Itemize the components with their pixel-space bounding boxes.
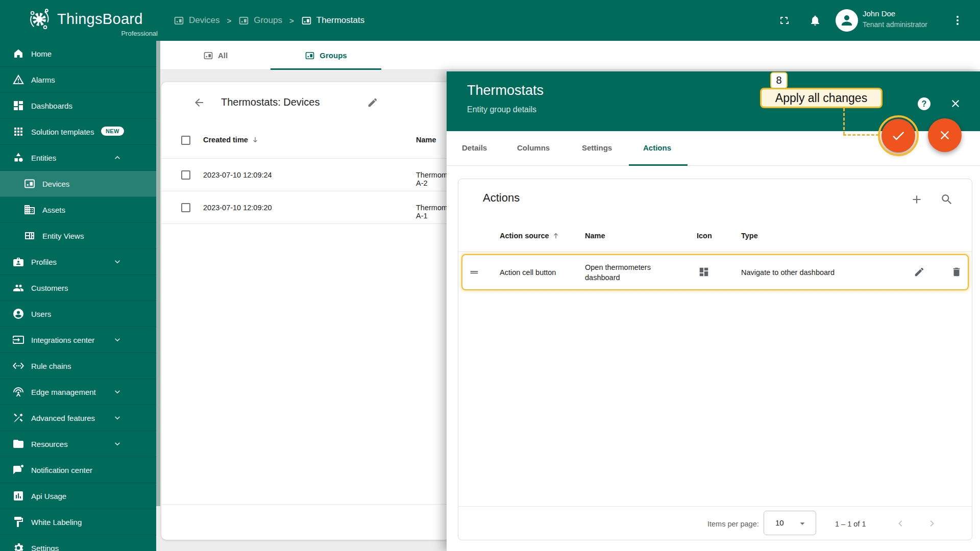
annotation-connector-horizontal	[843, 134, 879, 136]
delete-trash-icon[interactable]	[951, 266, 962, 278]
apply-changes-fab[interactable]	[881, 119, 915, 153]
breadcrumb-label: Groups	[254, 15, 282, 26]
search-icon[interactable]	[940, 193, 953, 206]
discard-changes-fab[interactable]	[928, 118, 962, 152]
help-glyph: ?	[922, 99, 927, 109]
sidebar-item-home[interactable]: Home	[0, 41, 156, 67]
fullscreen-icon[interactable]	[778, 14, 790, 27]
page-size-value: 10	[775, 518, 784, 527]
tab-columns[interactable]: Columns	[517, 143, 550, 152]
sidebar-item-label: Edge management	[31, 388, 96, 396]
notification-icon	[12, 464, 24, 476]
drag-handle-icon[interactable]	[469, 266, 480, 278]
breadcrumb-devices[interactable]: Devices	[174, 15, 219, 26]
user-avatar[interactable]	[836, 9, 858, 32]
device-group-icon	[301, 15, 312, 26]
tab-groups[interactable]: Groups	[271, 41, 381, 70]
row-checkbox[interactable]	[181, 170, 190, 180]
tab-all[interactable]: All	[160, 41, 271, 70]
help-icon[interactable]: ?	[918, 97, 930, 110]
group-devices-card: Thermostats: Devices Created time Name 2…	[161, 82, 450, 540]
sidebar-item-notification-center[interactable]: Notification center	[0, 457, 156, 483]
people-icon	[12, 282, 24, 294]
sidebar-scrollbar[interactable]	[156, 41, 160, 506]
sidebar-item-label: Resources	[31, 440, 68, 448]
sidebar-item-label: Solution templates	[31, 128, 94, 136]
breadcrumb-thermostats[interactable]: Thermostats	[301, 15, 364, 26]
user-role: Tenant administrator	[863, 20, 927, 29]
sidebar-item-dashboards[interactable]: Dashboards	[0, 93, 156, 119]
sidebar-item-rule-chains[interactable]: Rule chains	[0, 353, 156, 379]
add-action-button[interactable]	[910, 193, 923, 206]
sidebar-item-users[interactable]: Users	[0, 301, 156, 327]
column-header-action-source[interactable]: Action source	[500, 232, 560, 240]
badge-icon	[12, 256, 24, 268]
column-header-type[interactable]: Type	[741, 232, 758, 240]
view-quilt-icon	[23, 230, 36, 242]
column-label: Type	[741, 232, 758, 240]
column-label: Created time	[203, 136, 248, 144]
sidebar-item-edge-management[interactable]: Edge management	[0, 379, 156, 405]
chevron-down-icon	[112, 387, 122, 397]
sidebar-item-white-labeling[interactable]: White Labeling	[0, 509, 156, 535]
tools-icon	[12, 412, 24, 424]
sidebar-item-profiles[interactable]: Profiles	[0, 249, 156, 275]
sidebar-item-entity-views[interactable]: Entity Views	[0, 223, 156, 249]
next-page-icon[interactable]	[926, 517, 938, 530]
tab-details[interactable]: Details	[462, 143, 487, 152]
gear-icon	[12, 542, 24, 551]
more-vert-icon[interactable]	[951, 14, 964, 27]
folder-icon	[12, 438, 24, 450]
divider	[161, 223, 450, 224]
sidebar-item-label: Advanced features	[31, 414, 95, 422]
sidebar-item-solution-templates[interactable]: Solution templates NEW	[0, 119, 156, 145]
page-size-select[interactable]: 10	[764, 511, 816, 535]
warning-icon	[12, 73, 24, 86]
group-card-title: Thermostats: Devices	[221, 96, 320, 108]
back-arrow-icon[interactable]	[193, 96, 205, 109]
sidebar-item-integrations-center[interactable]: Integrations center	[0, 327, 156, 353]
prev-page-icon[interactable]	[894, 517, 906, 530]
tab-label: Groups	[320, 51, 347, 60]
divider	[458, 506, 972, 507]
sidebar-item-assets[interactable]: Assets	[0, 197, 156, 223]
app-edition: Professional	[85, 30, 158, 37]
sidebar-item-devices[interactable]: Devices	[0, 171, 156, 197]
close-icon[interactable]	[949, 97, 962, 110]
tab-actions[interactable]: Actions	[643, 143, 671, 152]
page-range-label: 1 – 1 of 1	[835, 520, 866, 528]
sidebar-item-advanced-features[interactable]: Advanced features	[0, 405, 156, 431]
dashboard-icon	[12, 99, 24, 112]
breadcrumb: Devices > Groups > Thermostats	[174, 0, 364, 41]
sidebar-item-resources[interactable]: Resources	[0, 431, 156, 457]
logo[interactable]: ThingsBoard Professional	[28, 7, 143, 31]
action-row-highlighted[interactable]: Action cell button Open thermometers das…	[461, 254, 969, 290]
sidebar-item-label: Dashboards	[31, 102, 72, 110]
sidebar-item-settings[interactable]: Settings	[0, 535, 156, 551]
sidebar-item-label: Entity Views	[42, 232, 84, 240]
sidebar-item-alarms[interactable]: Alarms	[0, 67, 156, 93]
sidebar-item-label: Entities	[31, 154, 56, 162]
sidebar-item-label: Alarms	[31, 76, 55, 84]
notifications-bell-icon[interactable]	[809, 14, 821, 27]
select-all-checkbox[interactable]	[181, 136, 190, 145]
edit-pencil-icon[interactable]	[367, 97, 378, 108]
column-header-created-time[interactable]: Created time	[203, 136, 259, 144]
sort-desc-icon	[251, 136, 259, 144]
row-checkbox[interactable]	[181, 203, 190, 212]
tab-settings[interactable]: Settings	[582, 143, 612, 152]
sidebar-item-entities[interactable]: Entities	[0, 145, 156, 171]
sidebar-item-customers[interactable]: Customers	[0, 275, 156, 301]
sidebar-item-api-usage[interactable]: Api Usage	[0, 483, 156, 509]
column-header-name[interactable]: Name	[416, 136, 436, 144]
sidebar-item-label: Customers	[31, 284, 68, 292]
sidebar-item-label: Integrations center	[31, 336, 94, 344]
column-header-name[interactable]: Name	[585, 232, 605, 240]
edit-pencil-icon[interactable]	[914, 266, 925, 278]
column-header-icon[interactable]: Icon	[697, 232, 712, 240]
dashboard-icon	[698, 266, 709, 278]
column-label: Name	[585, 232, 605, 240]
sidebar-item-label: Settings	[31, 544, 59, 551]
chevron-down-icon	[112, 335, 122, 345]
breadcrumb-groups[interactable]: Groups	[238, 15, 282, 26]
